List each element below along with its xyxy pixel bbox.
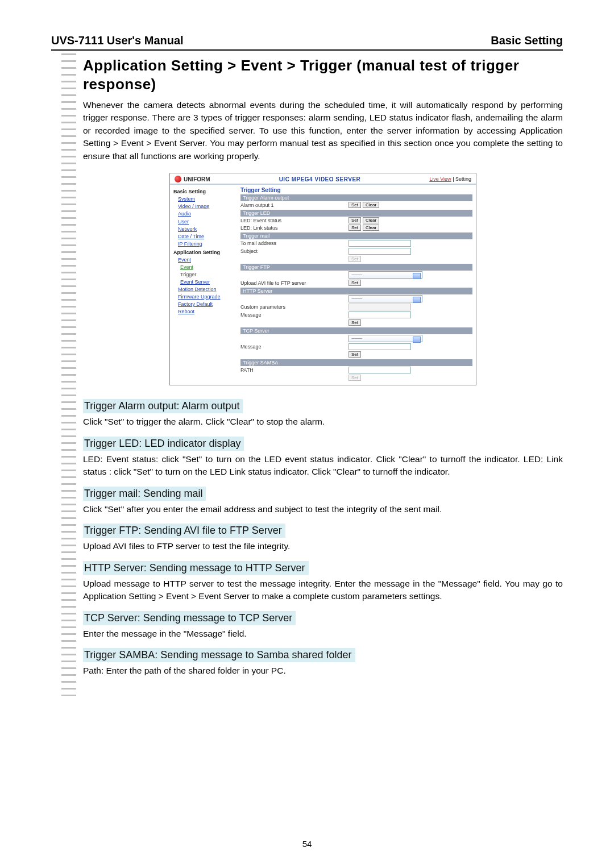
http-set-button[interactable]: Set bbox=[349, 319, 361, 326]
led-link-set-button[interactable]: Set bbox=[349, 225, 361, 231]
sidebar-item-firmware-upgrade[interactable]: Firmware Upgrade bbox=[173, 293, 234, 301]
section-1-body: Click "Set" to trigger the alarm. Click … bbox=[83, 416, 563, 428]
sidebar-item-network[interactable]: Network bbox=[173, 226, 234, 233]
samba-set-button[interactable]: Set bbox=[349, 375, 361, 381]
ftp-set-button[interactable]: Set bbox=[349, 280, 361, 286]
samba-path-label: PATH bbox=[240, 367, 349, 373]
alarm-clear-button[interactable]: Clear bbox=[363, 202, 379, 208]
ftp-server-select[interactable]: ----------- bbox=[349, 271, 422, 279]
top-links: Live View | Setting bbox=[429, 176, 471, 182]
http-custom-label: Custom parameters bbox=[240, 304, 349, 310]
http-message-input[interactable] bbox=[349, 312, 411, 318]
samba-path-input[interactable] bbox=[349, 367, 411, 373]
sidebar-item-factory-default[interactable]: Factory Default bbox=[173, 301, 234, 308]
tcp-message-input[interactable] bbox=[349, 343, 411, 350]
section-7-title: Trigger SAMBA: Sending message to Samba … bbox=[83, 648, 355, 662]
brand-icon bbox=[175, 176, 181, 182]
sidebar-item-system[interactable]: System bbox=[173, 196, 234, 203]
tcp-set-button[interactable]: Set bbox=[349, 351, 361, 358]
sidebar-item-audio[interactable]: Audio bbox=[173, 210, 234, 218]
band-led: Trigger LED bbox=[240, 210, 472, 217]
band-tcp: TCP Server bbox=[240, 327, 472, 334]
led-event-label: LED: Event status bbox=[240, 218, 349, 223]
page-header: UVS-7111 User's Manual Basic Setting bbox=[51, 34, 563, 51]
sidebar-item-event[interactable]: Event bbox=[173, 256, 234, 264]
sidebar-subitem-event-server[interactable]: Event Server bbox=[173, 279, 234, 286]
band-samba: Trigger SAMBA bbox=[240, 359, 472, 366]
section-6-title: TCP Server: Sending message to TCP Serve… bbox=[83, 611, 296, 625]
sidebar-item-motion-detection[interactable]: Motion Detection bbox=[173, 286, 234, 293]
led-event-set-button[interactable]: Set bbox=[349, 217, 361, 223]
trigger-setting-heading: Trigger Setting bbox=[240, 187, 472, 193]
mail-subject-input[interactable] bbox=[349, 248, 411, 255]
http-message-label: Message bbox=[240, 312, 349, 318]
band-http: HTTP Server bbox=[240, 288, 472, 294]
band-ftp: Trigger FTP bbox=[240, 264, 472, 271]
mail-subject-label: Subject bbox=[240, 248, 349, 254]
sidebar-app-heading: Application Setting bbox=[173, 249, 234, 256]
tcp-message-label: Message bbox=[240, 344, 349, 350]
led-event-clear-button[interactable]: Clear bbox=[363, 217, 379, 223]
sidebar-item-ip-filtering[interactable]: IP Filtering bbox=[173, 240, 234, 248]
alarm-set-button[interactable]: Set bbox=[349, 202, 361, 208]
sidebar-subitem-trigger[interactable]: Trigger bbox=[173, 271, 234, 279]
alarm-output-1-label: Alarm output 1 bbox=[240, 202, 349, 208]
section-6-body: Enter the message in the "Message" field… bbox=[83, 628, 563, 640]
sidebar-item-reboot[interactable]: Reboot bbox=[173, 308, 234, 315]
admin-screenshot: UNIFORM UIC MPEG4 VIDEO SERVER Live View… bbox=[169, 173, 476, 385]
http-server-select[interactable]: ----------- bbox=[349, 295, 422, 302]
sidebar-subitem-event[interactable]: Event bbox=[173, 264, 234, 271]
sidebar-item-date-time[interactable]: Date / Time bbox=[173, 233, 234, 240]
left-margin-ticks bbox=[61, 53, 76, 696]
mail-to-input[interactable] bbox=[349, 240, 411, 247]
section-2-title: Trigger LED: LED indicator display bbox=[83, 437, 244, 451]
section-7-body: Path: Enter the path of the shared folde… bbox=[83, 665, 563, 677]
header-left: UVS-7111 User's Manual bbox=[51, 34, 184, 47]
http-custom-input[interactable] bbox=[349, 304, 411, 310]
sidebar-basic-heading: Basic Setting bbox=[173, 188, 234, 196]
sidebar-item-video-image[interactable]: Video / Image bbox=[173, 203, 234, 210]
brand-text: UNIFORM bbox=[184, 176, 210, 182]
server-title: UIC MPEG4 VIDEO SERVER bbox=[279, 176, 361, 182]
mail-to-label: To mail address bbox=[240, 240, 349, 246]
admin-sidebar: Basic Setting System Video / Image Audio… bbox=[170, 185, 237, 385]
brand: UNIFORM bbox=[175, 176, 210, 182]
band-mail: Trigger mail bbox=[240, 232, 472, 239]
band-alarm: Trigger Alarm output bbox=[240, 194, 472, 201]
section-5-title: HTTP Server: Sending message to HTTP Ser… bbox=[83, 561, 309, 575]
sidebar-item-user[interactable]: User bbox=[173, 218, 234, 226]
admin-main-panel: Trigger Setting Trigger Alarm output Ala… bbox=[237, 185, 476, 385]
live-view-link[interactable]: Live View bbox=[429, 176, 451, 182]
section-3-body: Click "Set" after you enter the email ad… bbox=[83, 503, 563, 516]
section-3-title: Trigger mail: Sending mail bbox=[83, 487, 206, 501]
tcp-server-select[interactable]: ----------- bbox=[349, 335, 422, 342]
section-4-body: Upload AVI files to FTP server to test t… bbox=[83, 540, 563, 553]
section-1-title: Trigger Alarm output: Alarm output bbox=[83, 399, 243, 413]
led-link-clear-button[interactable]: Clear bbox=[363, 225, 379, 231]
section-4-title: Trigger FTP: Sending AVI file to FTP Ser… bbox=[83, 524, 285, 538]
led-link-label: LED: Link status bbox=[240, 225, 349, 231]
mail-set-button[interactable]: Set bbox=[349, 256, 361, 262]
section-2-body: LED: Event status: click "Set" to turn o… bbox=[83, 453, 563, 479]
setting-link[interactable]: Setting bbox=[455, 176, 471, 182]
header-right: Basic Setting bbox=[491, 34, 563, 47]
intro-paragraph: Whenever the camera detects abnormal eve… bbox=[83, 99, 563, 163]
page-number: 54 bbox=[0, 839, 614, 849]
section-5-body: Upload message to HTTP server to test th… bbox=[83, 578, 563, 603]
page-title: Application Setting > Event > Trigger (m… bbox=[83, 56, 563, 93]
ftp-upload-label: Upload AVI file to FTP server bbox=[240, 280, 349, 286]
